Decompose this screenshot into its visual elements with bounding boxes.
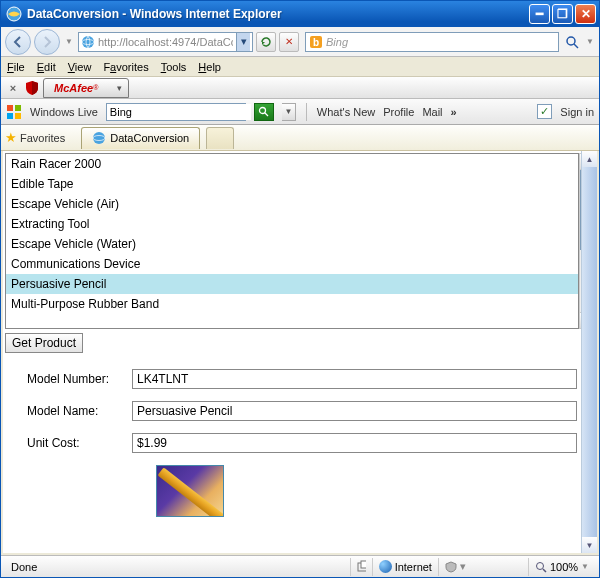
product-form: Model Number: Model Name: Unit Cost: [3, 357, 597, 527]
menu-tools[interactable]: Tools [161, 61, 187, 73]
list-item[interactable]: Multi-Purpose Rubber Band [6, 294, 578, 314]
svg-rect-7 [7, 105, 13, 111]
divider [306, 103, 307, 121]
page-scrollbar[interactable]: ▲ ▼ [581, 151, 597, 553]
label-model-number: Model Number: [27, 372, 132, 386]
wl-signin[interactable]: Sign in [560, 106, 594, 118]
wl-whats-new[interactable]: What's New [317, 106, 375, 118]
favorites-button[interactable]: ★ Favorites [5, 130, 65, 145]
search-placeholder: Bing [326, 36, 348, 48]
product-image [156, 465, 224, 517]
shield-off-icon [445, 561, 457, 573]
browser-tab[interactable]: DataConversion [81, 127, 200, 149]
forward-button[interactable] [34, 29, 60, 55]
menu-bar: File Edit View Favorites Tools Help [1, 57, 599, 77]
refresh-button[interactable] [256, 32, 276, 52]
zoom-icon [535, 561, 547, 573]
svg-point-5 [567, 37, 575, 45]
svg-line-18 [543, 569, 546, 572]
page-scroll-down[interactable]: ▼ [582, 537, 597, 553]
svg-line-12 [265, 113, 268, 116]
wl-search-input[interactable] [106, 103, 246, 121]
tab-page-icon [92, 131, 106, 145]
new-tab-button[interactable] [206, 127, 234, 149]
wl-mail[interactable]: Mail [422, 106, 442, 118]
star-icon: ★ [5, 130, 17, 145]
wl-checkbox[interactable]: ✓ [537, 104, 552, 119]
ie-icon [6, 6, 22, 22]
search-box[interactable]: b Bing [305, 32, 559, 52]
svg-point-13 [93, 132, 105, 144]
menu-file[interactable]: File [7, 61, 25, 73]
wl-search-dropdown[interactable]: ▼ [282, 103, 296, 121]
page-scroll-up[interactable]: ▲ [582, 151, 597, 167]
list-item[interactable]: Edible Tape [6, 174, 578, 194]
svg-rect-10 [15, 113, 21, 119]
list-item[interactable]: Communications Device [6, 254, 578, 274]
address-bar[interactable]: http://localhost:4974/DataConver ▾ [78, 32, 253, 52]
status-bar: Done Internet ▾ 100% ▼ [1, 555, 599, 577]
list-item[interactable]: Persuasive Pencil [6, 274, 578, 294]
svg-line-6 [574, 44, 578, 48]
list-item[interactable]: Escape Vehicle (Air) [6, 194, 578, 214]
svg-rect-9 [7, 113, 13, 119]
list-item[interactable]: Escape Vehicle (Water) [6, 234, 578, 254]
wl-more[interactable]: » [451, 106, 457, 118]
status-zoom[interactable]: 100% ▼ [529, 558, 595, 576]
windows-live-flag-icon [6, 104, 22, 120]
svg-point-17 [536, 562, 543, 569]
back-button[interactable] [5, 29, 31, 55]
address-dropdown[interactable]: ▾ [236, 33, 250, 51]
nav-toolbar: ▼ http://localhost:4974/DataConver ▾ ✕ b… [1, 27, 599, 57]
nav-history-dropdown[interactable]: ▼ [63, 33, 75, 51]
globe-icon [379, 560, 392, 573]
list-item[interactable]: Rain Racer 2000 [6, 154, 578, 174]
page-content: Rain Racer 2000Edible TapeEscape Vehicle… [1, 151, 599, 555]
pencil-icon [157, 467, 224, 517]
menu-help[interactable]: Help [198, 61, 221, 73]
svg-point-11 [260, 108, 266, 114]
svg-point-1 [82, 36, 94, 48]
search-go-button[interactable] [562, 32, 582, 52]
input-model-name[interactable] [132, 401, 577, 421]
window-title: DataConversion - Windows Internet Explor… [27, 7, 529, 21]
mcafee-shield-icon [24, 80, 40, 96]
svg-rect-8 [15, 105, 21, 111]
page-icon [81, 35, 95, 49]
menu-view[interactable]: View [68, 61, 92, 73]
tab-title: DataConversion [110, 132, 189, 144]
wl-search-field[interactable] [107, 104, 251, 120]
input-model-number[interactable] [132, 369, 577, 389]
wl-profile[interactable]: Profile [383, 106, 414, 118]
page-scroll-thumb[interactable] [582, 167, 597, 537]
label-model-name: Model Name: [27, 404, 132, 418]
menu-edit[interactable]: Edit [37, 61, 56, 73]
status-zone[interactable]: Internet [373, 558, 439, 576]
stop-button[interactable]: ✕ [279, 32, 299, 52]
mcafee-toolbar: × McAfee® [1, 77, 599, 99]
status-protected-mode[interactable]: ▾ [439, 558, 529, 576]
address-text: http://localhost:4974/DataConver [98, 36, 233, 48]
mcafee-dropdown[interactable]: McAfee® [43, 78, 129, 98]
input-unit-cost[interactable] [132, 433, 577, 453]
label-unit-cost: Unit Cost: [27, 436, 132, 450]
get-product-button[interactable]: Get Product [5, 333, 83, 353]
windows-live-toolbar: Windows Live ▼ What's New Profile Mail »… [1, 99, 599, 125]
close-window-button[interactable]: ✕ [575, 4, 596, 24]
maximize-button[interactable]: ❐ [552, 4, 573, 24]
minimize-button[interactable]: ━ [529, 4, 550, 24]
menu-favorites[interactable]: Favorites [103, 61, 148, 73]
windows-live-label[interactable]: Windows Live [30, 106, 98, 118]
status-popup-icon[interactable] [351, 558, 373, 576]
bing-icon: b [309, 35, 323, 49]
browser-window: DataConversion - Windows Internet Explor… [0, 0, 600, 578]
wl-search-go[interactable] [254, 103, 274, 121]
list-item[interactable]: Extracting Tool [6, 214, 578, 234]
title-bar: DataConversion - Windows Internet Explor… [1, 1, 599, 27]
product-listbox[interactable]: Rain Racer 2000Edible TapeEscape Vehicle… [5, 153, 579, 329]
status-done: Done [5, 558, 351, 576]
search-options-dropdown[interactable]: ▼ [585, 37, 595, 46]
favorites-bar: ★ Favorites DataConversion [1, 125, 599, 151]
mcafee-close[interactable]: × [5, 82, 21, 94]
svg-rect-16 [361, 561, 366, 568]
